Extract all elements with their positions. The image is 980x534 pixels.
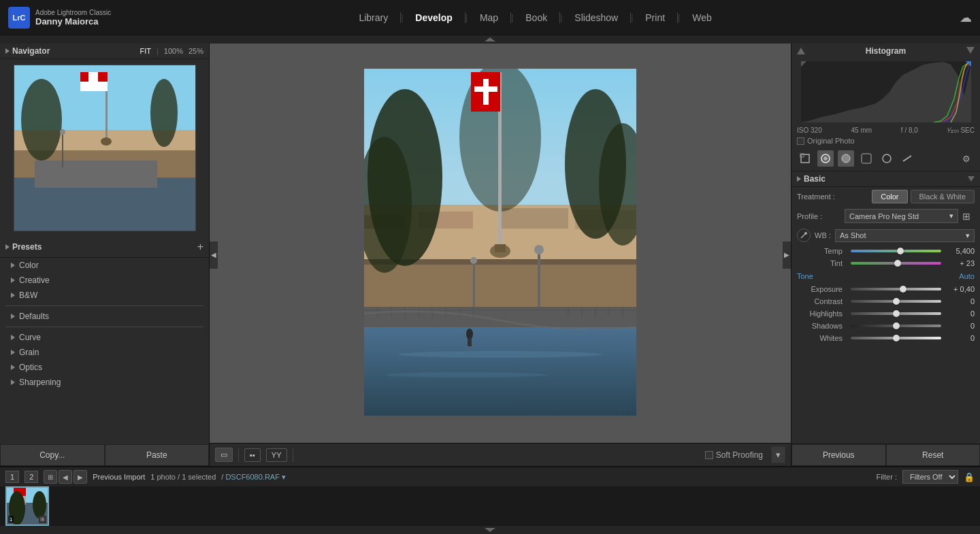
left-panel-toggle[interactable]: ◀	[210, 241, 218, 269]
profile-select[interactable]: Camera Pro Neg Std ▾	[845, 209, 958, 223]
histogram-up-arrow[interactable]	[797, 48, 805, 54]
whites-slider-track[interactable]	[851, 337, 941, 339]
preset-sharpening[interactable]: Sharpening	[0, 375, 209, 390]
cloud-icon[interactable]: ☁	[960, 10, 972, 25]
zoom-100[interactable]: 100%	[164, 47, 183, 55]
histogram-down-arrow[interactable]	[966, 46, 975, 56]
whites-slider-row: Whites 0	[791, 332, 980, 344]
svg-point-14	[101, 137, 112, 146]
adjustment-brush-icon[interactable]	[879, 150, 895, 167]
filmstrip-prev-arrow[interactable]: ◀	[59, 470, 72, 484]
profile-dropdown-icon: ▾	[949, 212, 953, 220]
svg-marker-58	[797, 48, 805, 54]
filmstrip-file-dropdown[interactable]: ▾	[282, 473, 286, 481]
graduated-filter-icon[interactable]	[899, 150, 915, 167]
navigator-photo	[14, 65, 196, 231]
basic-header: Basic	[791, 171, 980, 187]
view-grid-button[interactable]: ▪▪	[244, 448, 261, 462]
filmstrip-lock-icon[interactable]: 🔒	[964, 472, 975, 482]
wb-select[interactable]: As Shot ▾	[835, 229, 975, 242]
filmstrip-view-2[interactable]: 2	[24, 471, 38, 483]
highlights-slider-track[interactable]	[851, 312, 941, 315]
preset-curve[interactable]: Curve	[0, 330, 209, 345]
radial-tool-icon[interactable]	[838, 150, 854, 167]
toolbar-expand-button[interactable]: ▾	[771, 446, 785, 463]
bottom-panel-toggle[interactable]	[0, 526, 980, 534]
nav-slideshow[interactable]: Slideshow	[562, 12, 631, 23]
top-panel-toggle[interactable]	[0, 35, 980, 44]
presets-collapse-icon[interactable]	[5, 244, 10, 250]
view-before-button[interactable]: YY	[266, 448, 287, 462]
preset-defaults[interactable]: Defaults	[0, 309, 209, 324]
soft-proofing-checkbox[interactable]	[705, 451, 713, 459]
exposure-slider-thumb[interactable]	[900, 286, 906, 293]
app-logo: LrC	[8, 7, 30, 29]
whites-slider-thumb[interactable]	[893, 335, 900, 341]
tone-section-label: Tone Auto	[791, 269, 980, 283]
right-panel-toggle[interactable]: ▶	[783, 241, 791, 269]
zoom-25[interactable]: 25%	[189, 47, 203, 55]
filmstrip-grid-icon[interactable]: ⊞	[44, 470, 57, 484]
circle-tool-icon[interactable]	[817, 150, 834, 167]
photo-area	[210, 44, 791, 443]
crop-icon[interactable]	[797, 150, 813, 167]
preset-creative[interactable]: Creative	[0, 273, 209, 288]
preset-color-icon	[11, 263, 15, 268]
nav-library[interactable]: Library	[346, 12, 401, 23]
soft-proofing-toggle[interactable]: Soft Proofing	[705, 450, 763, 460]
paste-button[interactable]: Paste	[105, 444, 210, 466]
temp-slider-thumb[interactable]	[897, 248, 904, 254]
contrast-slider-track[interactable]	[851, 300, 941, 303]
nav-map[interactable]: Map	[468, 12, 511, 23]
svg-rect-24	[364, 327, 636, 416]
filmstrip-next-arrow[interactable]: ▶	[74, 470, 87, 484]
nav-book[interactable]: Book	[513, 12, 560, 23]
previous-button[interactable]: Previous	[791, 444, 886, 466]
nav-web[interactable]: Web	[680, 12, 724, 23]
exposure-slider-row: Exposure + 0,40	[791, 283, 980, 295]
basic-expand-icon[interactable]	[968, 176, 975, 182]
tint-slider-thumb[interactable]	[894, 260, 901, 267]
treatment-bw-button[interactable]: Black & White	[911, 190, 975, 203]
svg-point-74	[804, 232, 807, 235]
shadows-slider-thumb[interactable]	[893, 322, 900, 329]
nav-print[interactable]: Print	[633, 12, 678, 23]
reset-button[interactable]: Reset	[886, 444, 981, 466]
nav-develop[interactable]: Develop	[403, 12, 465, 23]
wb-eyedropper-icon[interactable]	[797, 229, 811, 242]
shadows-slider-track[interactable]	[851, 324, 941, 327]
contrast-slider-thumb[interactable]	[893, 298, 900, 305]
original-photo-toggle[interactable]: Original Photo	[791, 135, 980, 146]
healing-icon[interactable]	[858, 150, 875, 167]
thumb-number: 1	[8, 516, 14, 523]
tint-slider-track[interactable]	[851, 262, 941, 265]
presets-header: Presets +	[0, 237, 209, 258]
exposure-slider-track[interactable]	[851, 288, 941, 290]
preset-color[interactable]: Color	[0, 258, 209, 273]
profile-grid-icon[interactable]: ⊞	[958, 210, 975, 223]
filmstrip-filename[interactable]: DSCF6080.RAF	[225, 473, 279, 481]
filter-select[interactable]: Filters Off	[902, 470, 958, 484]
filmstrip-thumb-1[interactable]: 1 ⊞	[5, 486, 49, 526]
treatment-buttons: Color Black & White	[845, 190, 975, 203]
tone-auto-button[interactable]: Auto	[959, 272, 975, 280]
left-panel: Navigator FIT | 100% 25%	[0, 44, 210, 466]
preset-optics[interactable]: Optics	[0, 360, 209, 375]
settings-icon[interactable]: ⚙	[958, 150, 975, 167]
zoom-fit[interactable]: FIT	[140, 47, 151, 55]
filmstrip-view-1[interactable]: 1	[5, 471, 19, 483]
presets-add-button[interactable]: +	[197, 241, 203, 253]
view-normal-button[interactable]: ▭	[215, 448, 233, 462]
svg-line-71	[903, 156, 911, 161]
temp-slider-track[interactable]	[851, 250, 941, 252]
highlights-slider-thumb[interactable]	[893, 310, 900, 317]
basic-collapse-icon[interactable]	[797, 176, 801, 182]
treatment-color-button[interactable]: Color	[872, 190, 907, 203]
navigator-collapse-icon[interactable]	[5, 48, 10, 54]
histogram-display	[801, 61, 971, 122]
copy-button[interactable]: Copy...	[0, 444, 105, 466]
original-photo-checkbox[interactable]	[797, 137, 804, 145]
treatment-row: Treatment : Color Black & White	[791, 187, 980, 206]
preset-bw[interactable]: B&W	[0, 288, 209, 303]
preset-grain[interactable]: Grain	[0, 345, 209, 360]
